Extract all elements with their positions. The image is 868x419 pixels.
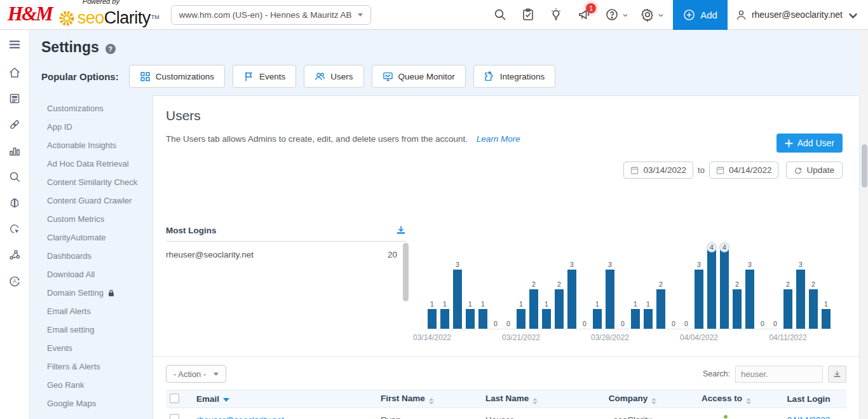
chart-bar-03/27/2022[interactable]: 1: [593, 300, 602, 329]
page-scrollbar[interactable]: [861, 30, 868, 419]
chart-bar-04/04/2022[interactable]: 3: [695, 261, 703, 329]
chart-bar-03/29/2022[interactable]: 0: [618, 320, 627, 329]
chart-bar-04/14/2022[interactable]: 1: [822, 300, 831, 329]
settings-nav-item-customizations[interactable]: Customizations: [47, 99, 153, 118]
chart-bar-04/09/2022[interactable]: 0: [758, 320, 767, 329]
chart-bar-03/17/2022[interactable]: 1: [466, 300, 475, 329]
chart-bar-03/18/2022[interactable]: 1: [478, 300, 487, 329]
settings-nav-item-custom-metrics[interactable]: Custom Metrics: [47, 210, 153, 228]
chart-bar-04/08/2022[interactable]: 3: [745, 261, 754, 329]
network-share-icon[interactable]: [8, 249, 21, 261]
table-search-input[interactable]: [735, 366, 823, 383]
chart-bar-04/06/2022[interactable]: 4: [720, 242, 729, 329]
chart-bar-03/21/2022[interactable]: 1: [517, 300, 526, 329]
row-last-login-link[interactable]: 04/14/2022: [787, 415, 831, 419]
chart-bar-03/23/2022[interactable]: 1: [542, 300, 551, 329]
chart-bar-04/13/2022[interactable]: 2: [809, 280, 818, 329]
chart-bar-03/14/2022[interactable]: 1: [428, 300, 437, 329]
table-download-button[interactable]: [828, 366, 846, 383]
settings-nav-item-content-similarity-check[interactable]: Content Similarity Check: [47, 173, 153, 191]
domain-selector-dropdown[interactable]: www.hm.com (US-en) - Hennes & Mauritz AB: [171, 5, 372, 25]
chart-bar-04/10/2022[interactable]: 0: [771, 320, 780, 329]
tasks-clipboard-icon[interactable]: [521, 8, 535, 22]
learn-more-link[interactable]: Learn More: [477, 134, 520, 144]
chart-bar-04/03/2022[interactable]: 0: [682, 320, 691, 329]
settings-nav-item-email-setting[interactable]: Email setting: [47, 320, 153, 339]
settings-nav-item-ad-hoc-data-retrieval[interactable]: Ad Hoc Data Retrieval: [47, 155, 153, 173]
most-logins-scrollbar[interactable]: [403, 243, 409, 301]
chart-bar-04/07/2022[interactable]: 2: [733, 280, 742, 329]
popular-option-integrations[interactable]: Integrations: [473, 65, 556, 88]
links-icon[interactable]: [8, 118, 21, 131]
add-button[interactable]: Add: [673, 0, 728, 30]
column-header-last-login[interactable]: Last Login: [771, 390, 846, 408]
rankings-chart-icon[interactable]: [8, 144, 21, 157]
column-header-access-to[interactable]: Access to: [682, 390, 771, 408]
chart-bar-03/19/2022[interactable]: 0: [491, 320, 500, 329]
popular-option-queue-monitor[interactable]: Queue Monitor: [372, 65, 466, 88]
column-header-last-name[interactable]: Last Name: [482, 390, 583, 408]
help-icon[interactable]: [605, 8, 619, 22]
page-help-icon[interactable]: ?: [105, 44, 116, 54]
popular-option-customizations[interactable]: Customizations: [129, 65, 225, 88]
settings-nav-item-geo-rank[interactable]: Geo Rank: [47, 376, 153, 394]
popular-option-users[interactable]: Users: [304, 65, 363, 88]
column-header-first-name[interactable]: First Name: [377, 390, 482, 408]
chart-bar-04/12/2022[interactable]: 3: [796, 261, 805, 329]
chart-bar-04/02/2022[interactable]: 0: [669, 320, 678, 329]
menu-hamburger-icon[interactable]: [8, 38, 21, 51]
settings-nav-item-domain-setting[interactable]: Domain Setting: [47, 284, 153, 302]
chart-bar-04/11/2022[interactable]: 2: [783, 280, 792, 329]
settings-nav-item-filters-alerts[interactable]: Filters & Alerts: [47, 357, 153, 376]
column-header-email[interactable]: Email: [193, 390, 377, 408]
home-icon[interactable]: [8, 66, 21, 79]
chart-bar-03/31/2022[interactable]: 1: [644, 300, 653, 329]
settings-nav-item-events[interactable]: Events: [47, 339, 153, 357]
chart-bar-04/05/2022[interactable]: 4: [707, 242, 716, 329]
settings-nav-item-content-guard-crawler[interactable]: Content Guard Crawler: [47, 191, 153, 210]
chart-bar-03/15/2022[interactable]: 1: [440, 300, 449, 329]
clarity-automate-icon[interactable]: A: [8, 275, 21, 287]
reports-icon[interactable]: [8, 92, 21, 105]
date-to-input[interactable]: 04/14/2022: [709, 161, 779, 179]
settings-nav-item-app-id[interactable]: App ID: [47, 118, 153, 136]
insights-bulb-icon[interactable]: [549, 8, 563, 22]
chart-bar-03/25/2022[interactable]: 3: [567, 261, 576, 329]
settings-chevron-icon[interactable]: [658, 12, 664, 18]
chart-bar-03/22/2022[interactable]: 2: [529, 280, 538, 329]
action-dropdown[interactable]: - Action -: [166, 365, 226, 383]
chart-bar-04/01/2022[interactable]: 2: [656, 280, 665, 329]
user-menu[interactable]: rheuser@seoclarity.net: [728, 8, 868, 22]
settings-nav-item-dashboards[interactable]: Dashboards: [47, 247, 153, 265]
select-all-checkbox[interactable]: [170, 394, 179, 403]
search-icon[interactable]: [493, 8, 507, 22]
update-button[interactable]: Update: [786, 161, 843, 179]
add-user-button[interactable]: Add User: [776, 134, 843, 153]
chart-bar-03/20/2022[interactable]: 0: [504, 320, 513, 329]
settings-nav-item-clarityautomate[interactable]: ClarityAutomate: [47, 228, 153, 247]
settings-nav-item-google-maps[interactable]: Google Maps: [47, 394, 153, 413]
settings-nav-item-actionable-insights[interactable]: Actionable Insights: [47, 136, 153, 155]
date-from-input[interactable]: 03/14/2022: [623, 161, 693, 179]
download-icon[interactable]: [396, 225, 406, 235]
chart-bar-03/30/2022[interactable]: 1: [631, 300, 640, 329]
row-email-link[interactable]: rheuser@seoclarity.net: [196, 415, 284, 419]
page-scrollbar-thumb[interactable]: [862, 144, 867, 188]
row-checkbox[interactable]: [170, 414, 179, 419]
research-search-icon[interactable]: [8, 170, 21, 183]
access-user-green-icon[interactable]: [721, 414, 731, 419]
settings-nav-item-google-jobs[interactable]: Google Jobs: [47, 413, 153, 419]
announcements-icon[interactable]: 1: [577, 8, 591, 22]
settings-nav-item-download-all[interactable]: Download All: [47, 265, 153, 284]
chart-bar-03/26/2022[interactable]: 0: [580, 320, 589, 329]
chart-bar-03/28/2022[interactable]: 3: [606, 261, 614, 329]
chart-bar-03/16/2022[interactable]: 3: [453, 261, 462, 329]
help-chevron-icon[interactable]: [622, 12, 628, 18]
intelligence-brain-icon[interactable]: [8, 196, 21, 209]
settings-nav-item-email-alerts[interactable]: Email Alerts: [47, 302, 153, 320]
popular-option-events[interactable]: Events: [233, 65, 296, 88]
click-tracking-icon[interactable]: [8, 223, 21, 235]
settings-gear-icon[interactable]: [641, 8, 654, 22]
column-header-company[interactable]: Company: [583, 390, 682, 408]
chart-bar-03/24/2022[interactable]: 2: [555, 280, 564, 329]
